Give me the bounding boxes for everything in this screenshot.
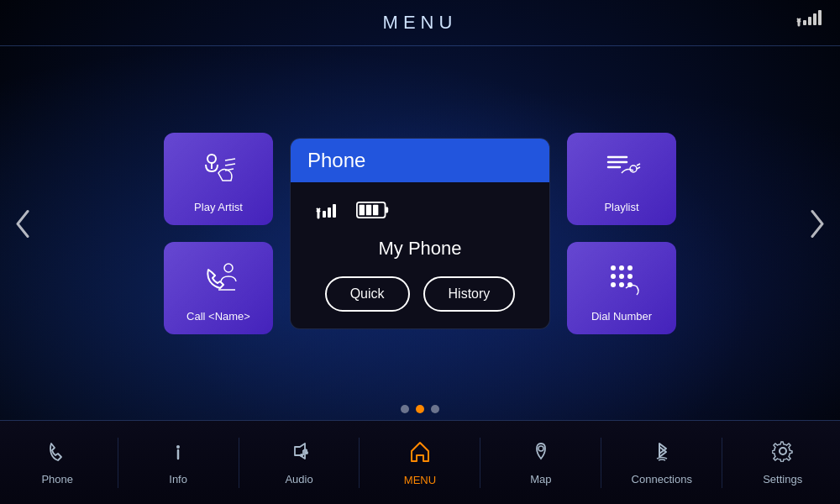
- dot-1[interactable]: [401, 405, 409, 413]
- nav-divider-6: [722, 438, 722, 488]
- phone-card-header: Phone: [291, 139, 549, 182]
- nav-menu-label: MENU: [404, 474, 436, 486]
- svg-rect-5: [813, 13, 816, 25]
- nav-map[interactable]: Map: [486, 433, 596, 492]
- nav-connections[interactable]: Connections: [607, 433, 717, 492]
- main-content: Play Artist Call <Name> Phone: [0, 46, 840, 420]
- svg-point-37: [611, 282, 616, 287]
- bluetooth-icon: [651, 440, 673, 468]
- audio-icon: [288, 440, 310, 468]
- svg-rect-17: [323, 211, 326, 218]
- nav-divider-2: [239, 438, 239, 488]
- info-icon: [167, 440, 189, 468]
- svg-point-33: [627, 265, 633, 270]
- phone-icon: [46, 440, 68, 468]
- nav-info-label: Info: [169, 473, 187, 486]
- nav-divider-5: [601, 438, 601, 488]
- tile-dial-number[interactable]: Dial Number: [567, 242, 676, 334]
- svg-point-31: [611, 265, 616, 270]
- play-artist-label: Play Artist: [194, 201, 243, 213]
- playlist-label: Playlist: [604, 201, 638, 213]
- tile-call-name[interactable]: Call <Name>: [164, 242, 273, 334]
- home-icon: [408, 439, 432, 469]
- dot-3[interactable]: [431, 405, 439, 413]
- bottom-nav: Phone Info Audio: [0, 420, 840, 504]
- nav-divider-1: [118, 438, 118, 488]
- svg-point-32: [619, 265, 624, 270]
- next-arrow[interactable]: [807, 207, 827, 247]
- nav-phone[interactable]: Phone: [3, 433, 112, 492]
- nav-menu[interactable]: MENU: [365, 433, 475, 493]
- nav-audio[interactable]: Audio: [244, 433, 354, 492]
- svg-rect-19: [333, 204, 336, 218]
- svg-line-30: [637, 167, 640, 169]
- svg-rect-18: [328, 207, 331, 218]
- prev-arrow[interactable]: [13, 207, 33, 247]
- tile-playlist[interactable]: Playlist: [567, 133, 676, 225]
- signal-icon: [796, 10, 823, 33]
- header: MENU: [0, 0, 840, 46]
- phone-battery-icon: [356, 199, 390, 221]
- svg-point-35: [619, 274, 624, 279]
- svg-rect-4: [808, 17, 811, 25]
- phone-action-buttons: Quick History: [325, 276, 516, 312]
- history-button[interactable]: History: [423, 276, 516, 312]
- phone-device-name: My Phone: [378, 238, 461, 260]
- svg-point-39: [627, 282, 633, 287]
- svg-point-28: [630, 165, 637, 172]
- nav-divider-4: [480, 438, 480, 488]
- svg-rect-21: [386, 207, 389, 213]
- svg-point-36: [627, 274, 633, 279]
- left-column: Play Artist Call <Name>: [164, 133, 273, 334]
- svg-point-38: [619, 282, 624, 287]
- svg-point-48: [538, 446, 543, 451]
- right-column: Playlist Dial Number: [567, 133, 676, 334]
- svg-point-12: [224, 264, 233, 272]
- phone-card: Phone: [290, 138, 550, 329]
- svg-rect-24: [373, 204, 378, 215]
- call-name-label: Call <Name>: [186, 310, 250, 323]
- svg-point-49: [780, 448, 786, 454]
- svg-rect-23: [366, 204, 371, 215]
- map-icon: [530, 440, 552, 468]
- nav-phone-label: Phone: [41, 473, 73, 486]
- nav-settings[interactable]: Settings: [728, 433, 837, 492]
- gear-icon: [772, 440, 794, 468]
- svg-point-34: [611, 274, 616, 279]
- svg-rect-6: [818, 10, 822, 25]
- nav-settings-label: Settings: [763, 473, 802, 486]
- phone-card-title: Phone: [307, 149, 365, 171]
- nav-audio-label: Audio: [285, 473, 312, 486]
- nav-info[interactable]: Info: [123, 433, 233, 492]
- phone-signal-icon: [316, 199, 339, 221]
- dot-2[interactable]: [416, 405, 424, 413]
- svg-line-10: [225, 164, 235, 165]
- svg-point-7: [207, 155, 216, 163]
- dial-number-label: Dial Number: [591, 310, 652, 323]
- nav-divider-3: [359, 438, 360, 488]
- svg-rect-22: [360, 204, 365, 215]
- phone-status-row: [316, 199, 390, 221]
- svg-line-11: [225, 169, 234, 171]
- quick-button[interactable]: Quick: [325, 276, 410, 312]
- tile-play-artist[interactable]: Play Artist: [164, 133, 273, 225]
- svg-line-29: [637, 164, 640, 165]
- svg-line-9: [225, 159, 235, 160]
- pagination: [401, 405, 439, 413]
- phone-card-body: My Phone Quick History: [291, 182, 549, 328]
- svg-point-40: [176, 445, 180, 449]
- page-title: MENU: [383, 12, 458, 34]
- svg-rect-3: [803, 20, 806, 25]
- nav-map-label: Map: [530, 473, 551, 486]
- nav-connections-label: Connections: [632, 473, 692, 486]
